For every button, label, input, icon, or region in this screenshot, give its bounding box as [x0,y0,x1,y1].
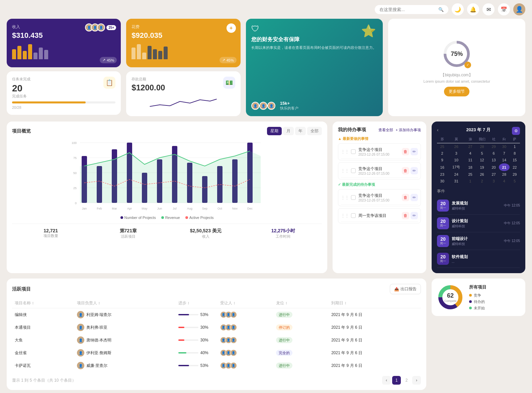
cal-day[interactable]: 12 [475,157,489,163]
cal-day[interactable]: 25 [465,171,475,178]
prev-page[interactable]: ‹ [382,376,391,385]
todo-delete-3[interactable]: 🗑 [402,194,409,201]
finance-title: 您的财务安全有保障 [251,36,378,43]
cal-day[interactable]: 13 [489,157,499,163]
cal-day[interactable]: 2 [437,150,447,157]
expense-card: 花费 $920.035 + ↗ 45% [126,19,240,67]
row-status: 停订的 [273,321,329,334]
next-page[interactable]: › [412,376,421,385]
drag-handle-icon-3[interactable]: ⋮⋮ [341,195,349,200]
calendar-prev[interactable]: ‹ [437,127,439,133]
row-due: 2021 年 9 月 6 日 [329,359,421,372]
cal-today[interactable]: 21 [499,163,509,171]
mail-button[interactable]: ✉ [482,3,495,15]
cal-day[interactable]: 3 [489,178,499,184]
main-content: 收入 $310.435 👤 👤 👤 25+ [0,19,532,393]
todo-checkbox-3[interactable] [351,195,356,200]
todo-edit-4[interactable]: ✏ [411,212,418,219]
export-button[interactable]: 📤 出口报告 [390,284,421,294]
cal-day[interactable]: 16 [437,163,447,171]
cal-day[interactable]: 29 [489,143,499,150]
stat-revenue-value: $2,50,523 美元 [167,228,245,234]
cal-day[interactable]: 7 [499,150,509,157]
row-delegates: 👤 👤 👤 [217,334,273,346]
todo-checkbox-4[interactable] [351,213,356,218]
user-avatar[interactable]: 👤 [513,3,525,15]
cal-day[interactable]: 29 [510,171,520,178]
cal-day[interactable]: 1 [510,143,520,150]
cal-day[interactable]: 20 [489,163,499,171]
todo-delete-2[interactable]: 🗑 [402,167,409,174]
cal-day[interactable]: 22 [510,163,520,171]
search-input[interactable] [379,7,436,12]
legend-dot-projects [120,216,123,219]
drag-handle-icon-2[interactable]: ⋮⋮ [341,168,349,173]
cal-weekday-5: Fr [499,136,509,143]
page-1[interactable]: 1 [392,376,401,385]
cal-day[interactable]: 28 [499,171,509,178]
cal-day[interactable]: 30 [437,178,447,184]
todo-checkbox-1[interactable] [351,149,356,154]
todo-checkbox-2[interactable] [351,168,356,173]
page-2[interactable]: 2 [402,376,411,385]
stat-hours-label: 工作时间 [245,234,322,239]
drag-handle-icon[interactable]: ⋮⋮ [341,149,349,154]
cal-day[interactable]: 9 [437,157,447,163]
calendar-grid: 苏 莫 涂 我们 社 Fr 萨 25 26 27 28 [437,136,520,184]
event-3-badge: 20 周一 [437,235,449,247]
todo-delete-4[interactable]: 🗑 [402,212,409,219]
cal-day[interactable]: 4 [499,178,509,184]
cal-day[interactable]: 18 [465,163,475,171]
cal-day[interactable]: 5 [510,178,520,184]
savings-sparkline [131,96,235,110]
cal-day[interactable]: 25 [437,143,447,150]
todo-item-3-wrap: ⋮⋮ 竞争这个项目 2023-12-26 07:15:00 🗑 ✏ [338,189,421,206]
chart-tab-all[interactable]: 全部 [307,127,322,135]
cal-day[interactable]: 23 [437,171,447,178]
chart-tab-month[interactable]: 月 [283,127,294,135]
cal-day[interactable]: 28 [475,143,489,150]
expense-add-button[interactable]: + [227,23,236,33]
calendar-button[interactable]: 📅 [498,3,510,15]
cal-day[interactable]: 15 [510,157,520,163]
todo-edit-1[interactable]: ✏ [411,148,418,155]
cal-day[interactable]: 3 [447,150,465,157]
cal-day[interactable]: 27 [489,171,499,178]
tasks-title: 任务未完成 [12,77,115,82]
cal-day[interactable]: 8 [510,150,520,157]
cal-day[interactable]: 24 [447,171,465,178]
drag-handle-icon-4[interactable]: ⋮⋮ [341,213,349,218]
todo-view-all[interactable]: 查看全部 [378,128,393,133]
cal-day[interactable]: 1 [465,178,475,184]
todo-edit-3[interactable]: ✏ [411,194,418,201]
col-due: 到期日 ↕ [329,298,421,308]
svg-marker-25 [80,151,261,203]
chart-tab-year[interactable]: 年 [295,127,306,135]
pie-dot-notstarted [469,307,472,309]
cal-day[interactable]: 31 [447,178,465,184]
todo-edit-2[interactable]: ✏ [411,167,418,174]
cal-day[interactable]: 4 [465,150,475,157]
cal-day[interactable]: 17号 [447,163,465,171]
todo-add[interactable]: + 添加待办事项 [396,128,421,133]
theme-toggle[interactable]: 🌙 [452,3,464,15]
calendar-settings-button[interactable]: ⚙ [512,127,520,135]
cal-day[interactable]: 10 [447,157,465,163]
chart-tab-week[interactable]: 星期 [267,127,282,135]
cal-day[interactable]: 6 [489,150,499,157]
notifications-button[interactable]: 🔔 [467,3,479,15]
cal-day[interactable]: 11 [465,157,475,163]
row-progress: 53% [176,359,217,372]
cal-day[interactable]: 14 [499,157,509,163]
cal-day[interactable]: 2 [475,178,489,184]
cal-day[interactable]: 26 [447,143,465,150]
all-projects-card: 62 Compete 所有项目 竞争 待办的 [432,279,525,316]
detail-button[interactable]: 更多细节 [444,87,469,96]
cal-weekday-0: 苏 [437,136,447,143]
cal-day[interactable]: 26 [475,171,489,178]
cal-day[interactable]: 27 [465,143,475,150]
cal-day[interactable]: 19 [475,163,489,171]
todo-delete-1[interactable]: 🗑 [402,148,409,155]
cal-day[interactable]: 30 [499,143,509,150]
cal-day[interactable]: 5 [475,150,489,157]
